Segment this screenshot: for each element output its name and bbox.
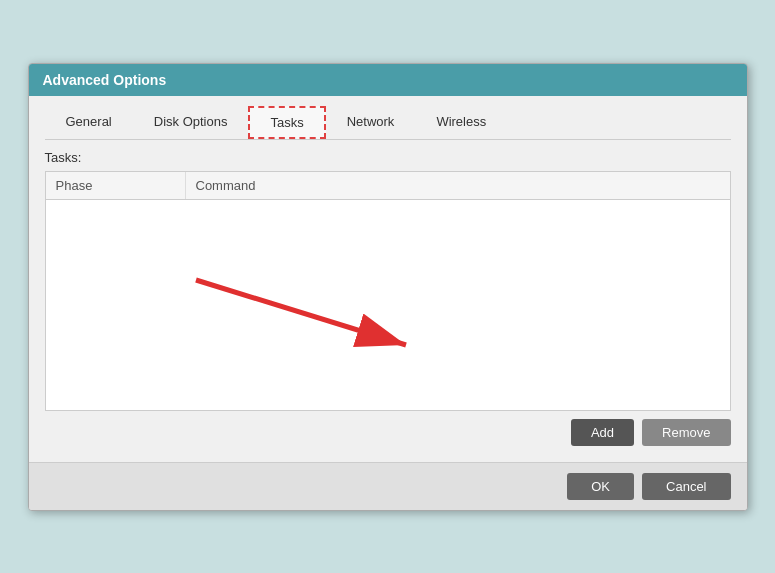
table-actions: Add Remove — [45, 419, 731, 446]
ok-button[interactable]: OK — [567, 473, 634, 500]
dialog-title: Advanced Options — [43, 72, 167, 88]
advanced-options-dialog: Advanced Options General Disk Options Ta… — [28, 63, 748, 511]
tab-disk-options[interactable]: Disk Options — [133, 106, 249, 139]
column-command: Command — [186, 172, 730, 199]
tab-bar: General Disk Options Tasks Network Wirel… — [45, 106, 731, 140]
add-button[interactable]: Add — [571, 419, 634, 446]
tab-network[interactable]: Network — [326, 106, 416, 139]
dialog-titlebar: Advanced Options — [29, 64, 747, 96]
tab-wireless[interactable]: Wireless — [415, 106, 507, 139]
arrow-annotation — [166, 250, 466, 370]
table-header: Phase Command — [46, 172, 730, 200]
tab-general[interactable]: General — [45, 106, 133, 139]
table-body — [46, 200, 730, 400]
column-phase: Phase — [46, 172, 186, 199]
tab-tasks[interactable]: Tasks — [248, 106, 325, 139]
section-label: Tasks: — [45, 150, 731, 165]
remove-button[interactable]: Remove — [642, 419, 730, 446]
cancel-button[interactable]: Cancel — [642, 473, 730, 500]
dialog-body: General Disk Options Tasks Network Wirel… — [29, 96, 747, 462]
tasks-table: Phase Command — [45, 171, 731, 411]
dialog-footer: OK Cancel — [29, 462, 747, 510]
svg-line-1 — [196, 280, 406, 345]
